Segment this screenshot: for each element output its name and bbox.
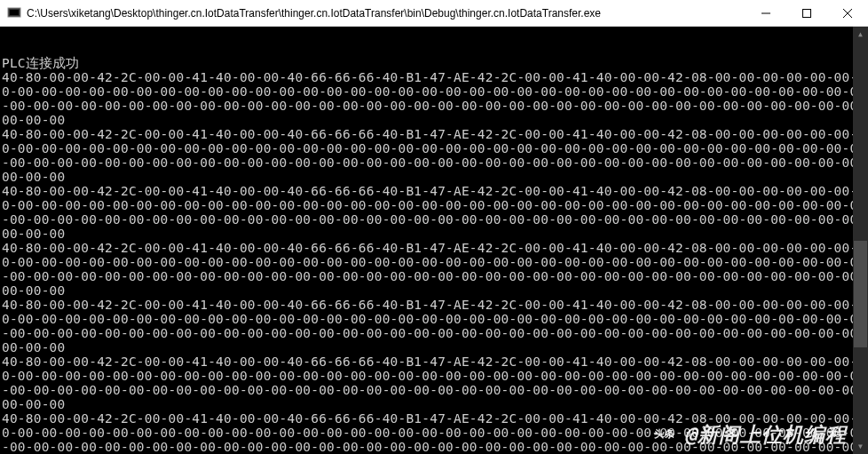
close-button[interactable] [827, 0, 868, 26]
minimize-button[interactable] [746, 0, 786, 26]
app-icon [7, 6, 21, 20]
scrollbar-thumb[interactable] [854, 241, 867, 347]
scroll-down-arrow[interactable]: ▼ [853, 439, 868, 454]
window-controls [746, 0, 868, 26]
maximize-button[interactable] [786, 0, 827, 26]
console-output: PLC连接成功 40-80-00-00-42-2C-00-00-41-40-00… [0, 27, 868, 454]
console-text: PLC连接成功 40-80-00-00-42-2C-00-00-41-40-00… [2, 56, 866, 454]
window-titlebar: C:\Users\xiketang\Desktop\thinger.cn.Iot… [0, 0, 868, 27]
vertical-scrollbar[interactable]: ▲ ▼ [853, 27, 868, 454]
svg-rect-3 [803, 9, 811, 17]
window-title: C:\Users\xiketang\Desktop\thinger.cn.Iot… [27, 7, 746, 20]
scrollbar-track[interactable] [853, 42, 868, 439]
scroll-up-arrow[interactable]: ▲ [853, 27, 868, 42]
svg-rect-1 [10, 10, 19, 15]
